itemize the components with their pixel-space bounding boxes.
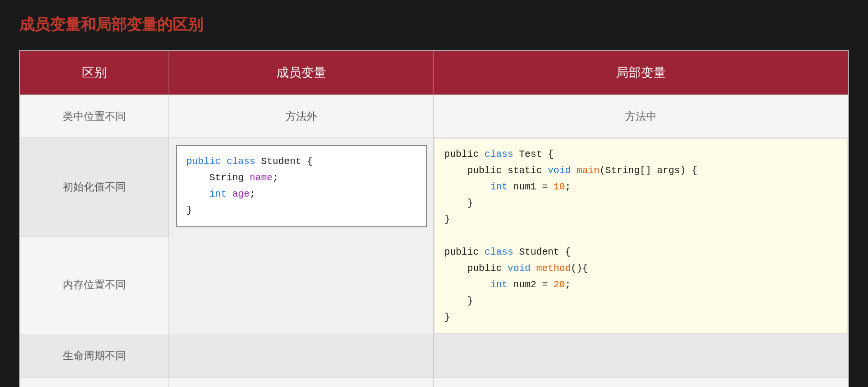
- table-row: 初始化值不同 public class Student { String nam…: [20, 138, 848, 236]
- comparison-table: 区别 成员变量 局部变量 类中位置不同 方法外 方法中 初始化值不同 publi…: [19, 50, 849, 387]
- page-title: 成员变量和局部变量的区别: [19, 14, 849, 35]
- local-code-box: public class Test { public static void m…: [434, 138, 848, 334]
- table-row: 作用域: [20, 377, 848, 387]
- member-value: 方法外: [169, 95, 434, 138]
- local-value: 方法中: [434, 95, 848, 138]
- table-row: 类中位置不同 方法外 方法中: [20, 95, 848, 138]
- header-distinction: 区别: [20, 50, 169, 95]
- member-lifecycle: [169, 334, 434, 377]
- distinction-init: 初始化值不同: [20, 138, 169, 236]
- member-scope: [169, 377, 434, 387]
- distinction-scope: 作用域: [20, 377, 169, 387]
- header-member: 成员变量: [169, 50, 434, 95]
- distinction-lifecycle: 生命周期不同: [20, 334, 169, 377]
- member-code-box: public class Student { String name; int …: [176, 145, 427, 227]
- table-row: 生命周期不同: [20, 334, 848, 377]
- local-scope: [434, 377, 848, 387]
- header-local: 局部变量: [434, 50, 848, 95]
- local-lifecycle: [434, 334, 848, 377]
- distinction-label: 类中位置不同: [20, 95, 169, 138]
- distinction-memory: 内存位置不同: [20, 236, 169, 334]
